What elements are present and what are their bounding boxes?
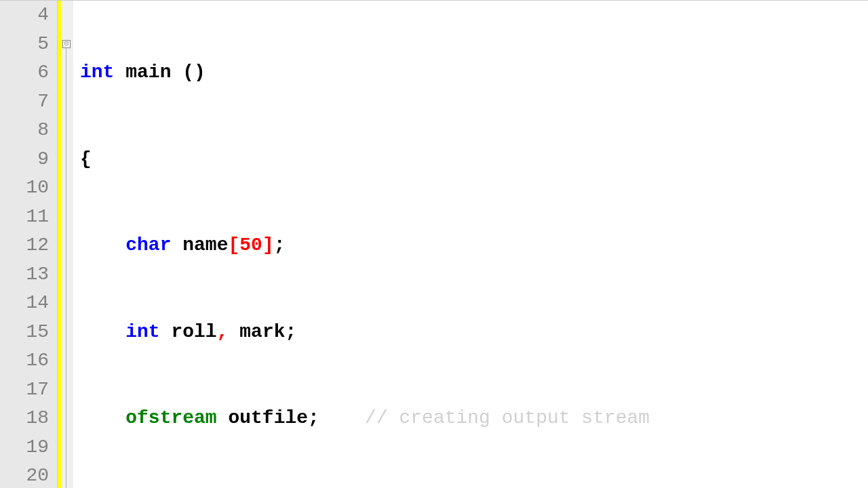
line-number: 17 xyxy=(0,375,49,405)
line-number: 4 xyxy=(0,1,49,30)
line-number: 15 xyxy=(0,318,49,347)
code-editor[interactable]: 4 5 6 7 8 9 10 11 12 13 14 15 16 17 18 1… xyxy=(0,0,868,488)
fold-toggle-icon[interactable]: ⊟ xyxy=(62,40,71,48)
code-line: ofstream outfile; // creating output str… xyxy=(80,404,868,433)
code-line: char name[50]; xyxy=(80,231,868,260)
line-number: 16 xyxy=(0,346,49,375)
fold-column: ⊟ xyxy=(61,1,73,488)
code-area[interactable]: int main () { char name[50]; int roll, m… xyxy=(73,1,868,488)
code-line: int roll, mark; xyxy=(80,318,868,347)
code-line: int main () xyxy=(80,58,868,87)
fold-guide-line xyxy=(66,48,66,488)
code-line: { xyxy=(80,145,868,174)
line-number-gutter: 4 5 6 7 8 9 10 11 12 13 14 15 16 17 18 1… xyxy=(0,1,58,488)
line-number: 13 xyxy=(0,260,49,289)
line-number: 12 xyxy=(0,231,49,260)
line-number: 8 xyxy=(0,116,49,145)
line-number: 5 xyxy=(0,30,49,59)
line-number: 6 xyxy=(0,58,49,87)
line-number: 10 xyxy=(0,174,49,203)
line-number: 9 xyxy=(0,145,49,174)
line-number: 11 xyxy=(0,203,49,232)
line-number: 19 xyxy=(0,433,49,462)
line-number: 7 xyxy=(0,87,49,117)
line-number: 18 xyxy=(0,404,49,433)
line-number: 20 xyxy=(0,462,49,488)
line-number: 14 xyxy=(0,289,49,318)
